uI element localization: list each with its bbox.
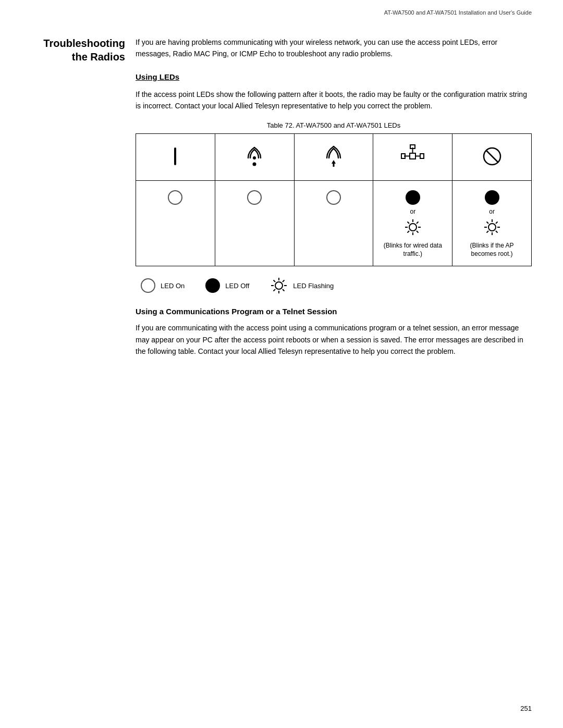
col4-blinks-text: (Blinks for wired data traffic.) [377, 241, 448, 259]
svg-line-28 [496, 231, 498, 233]
led-table: or (Blinks for [136, 133, 532, 267]
table-caption: Table 72. AT-WA7500 and AT-WA7501 LEDs [136, 121, 532, 129]
svg-line-38 [283, 280, 285, 282]
svg-line-18 [407, 221, 409, 224]
right-column: If you are having problems communicating… [136, 36, 532, 357]
legend-led-off: LED Off [205, 278, 249, 293]
wireless-arrow-icon [323, 143, 344, 169]
svg-line-39 [274, 289, 276, 291]
col2-status [215, 180, 294, 266]
col5-blinks-text: (Blinks if the AP becomes root.) [457, 241, 527, 259]
col1-status [136, 180, 215, 266]
svg-line-21 [407, 231, 409, 233]
using-leds-title: Using LEDs [136, 72, 532, 81]
svg-point-22 [488, 224, 496, 231]
col4-header [373, 133, 452, 180]
svg-rect-3 [333, 164, 334, 167]
legend-led-off-label: LED Off [225, 282, 249, 290]
col5-header [452, 133, 532, 180]
page-number: 251 [520, 705, 532, 712]
led-filled-5 [485, 190, 499, 205]
svg-line-20 [417, 221, 419, 224]
svg-line-27 [486, 221, 488, 224]
or-text-4: or [410, 208, 415, 215]
svg-line-30 [486, 231, 488, 233]
legend-led-flash-icon [270, 277, 288, 294]
svg-line-12 [486, 150, 498, 163]
comms-body: If you are communicating with the access… [136, 322, 532, 357]
led-empty-1 [168, 190, 182, 205]
using-leds-body: If the access point LEDs show the follow… [136, 89, 532, 112]
table-status-row: or (Blinks for [136, 180, 532, 266]
svg-marker-2 [332, 160, 336, 164]
led-flash-icon-5 [483, 218, 501, 236]
svg-point-1 [253, 162, 256, 166]
legend-led-on-icon [141, 278, 155, 293]
col3-status [294, 180, 373, 266]
svg-point-31 [275, 282, 283, 289]
page-header: AT-WA7500 and AT-WA7501 Installation and… [0, 0, 563, 16]
no-entry-icon [482, 146, 503, 167]
legend-led-off-icon [205, 278, 220, 293]
led-filled-4 [406, 190, 420, 205]
comms-subtitle: Using a Communications Program or a Teln… [136, 307, 532, 316]
or-text-5: or [489, 208, 495, 215]
power-icon [174, 147, 176, 165]
svg-line-19 [417, 231, 419, 233]
header-text: AT-WA7500 and AT-WA7501 Installation and… [384, 9, 532, 16]
led-legend: LED On LED Off L [136, 277, 532, 294]
led-flash-icon-4 [404, 218, 422, 236]
svg-line-37 [283, 289, 285, 291]
col4-status: or (Blinks for [373, 180, 452, 266]
led-empty-2 [247, 190, 262, 205]
col3-header [294, 133, 373, 180]
legend-led-flashing-label: LED Flashing [293, 282, 334, 290]
legend-led-on: LED On [141, 278, 185, 293]
intro-text: If you are having problems communicating… [136, 36, 532, 60]
wireless-dot-icon [244, 143, 265, 169]
col2-header [215, 133, 294, 180]
svg-line-36 [274, 280, 276, 282]
section-title: Troubleshooting the Radios [31, 36, 136, 64]
table-header-row [136, 133, 532, 180]
network-hub-icon [401, 144, 424, 168]
svg-rect-10 [420, 154, 424, 158]
legend-led-flashing: LED Flashing [270, 277, 334, 294]
svg-rect-4 [410, 153, 415, 159]
led-empty-3 [326, 190, 341, 205]
col5-status: or (Blinks if [452, 180, 532, 266]
svg-point-13 [409, 224, 417, 231]
col1-header [136, 133, 215, 180]
svg-line-29 [496, 221, 498, 224]
svg-point-0 [253, 156, 256, 159]
left-column: Troubleshooting the Radios [31, 36, 136, 357]
legend-led-on-label: LED On [161, 282, 185, 290]
